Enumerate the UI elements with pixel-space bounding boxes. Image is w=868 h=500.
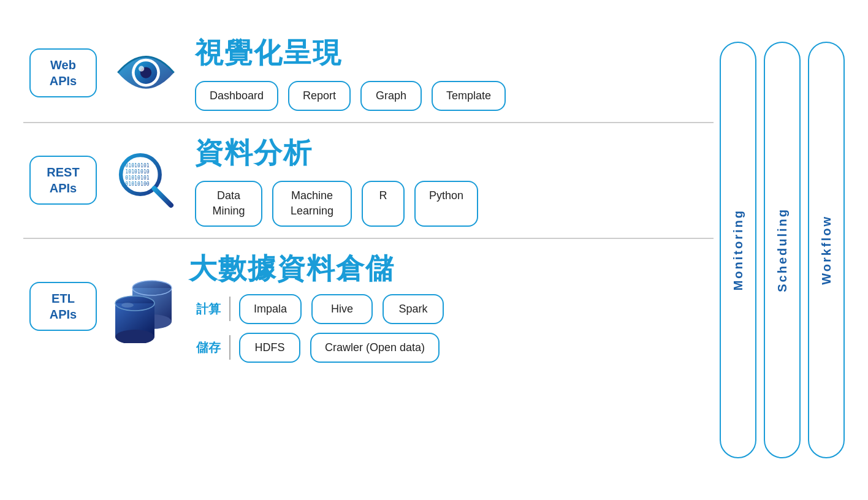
main-container: WebAPIs: [11, 11, 857, 489]
database-icon: [109, 273, 177, 340]
bigdata-body: 大數據資料倉儲 計算 Impala Hive Spark 儲存: [189, 250, 707, 363]
chip-hive: Hive: [311, 294, 373, 324]
chip-dashboard: Dashboard: [195, 81, 278, 111]
right-bars: Monitoring Scheduling Workflow: [720, 23, 845, 477]
compute-chips: Impala Hive Spark: [239, 294, 444, 324]
svg-point-3: [139, 66, 144, 71]
chip-hdfs: HDFS: [239, 333, 300, 363]
etl-apis-box: ETLAPIs: [29, 282, 97, 331]
compute-label: 計算: [189, 301, 221, 317]
chip-crawler: Crawler (Open data): [310, 333, 440, 363]
bar-scheduling: Scheduling: [764, 42, 801, 458]
analysis-body: 資料分析 DataMining MachineLearning R Python: [195, 134, 707, 226]
section-analysis: RESTAPIs 01010101 10101010 01010101: [23, 123, 714, 238]
visualization-title: 視覺化呈現: [195, 34, 707, 72]
analysis-title: 資料分析: [195, 134, 707, 172]
rest-apis-box: RESTAPIs: [29, 156, 97, 205]
magnifier-icon: 01010101 10101010 01010101 01010100: [109, 150, 183, 211]
chip-datamining: DataMining: [195, 181, 262, 226]
eye-icon: [109, 48, 183, 97]
section-bigdata: ETLAPIs: [23, 239, 714, 374]
svg-line-9: [154, 189, 171, 205]
storage-row: 儲存 HDFS Crawler (Open data): [189, 333, 707, 363]
analysis-chips: DataMining MachineLearning R Python: [195, 181, 707, 226]
bar-monitoring: Monitoring: [720, 42, 756, 458]
visualization-body: 視覺化呈現 Dashboard Report Graph Template: [195, 34, 707, 111]
bigdata-title: 大數據資料倉儲: [189, 250, 707, 288]
divider-storage: [229, 335, 230, 360]
visualization-chips: Dashboard Report Graph Template: [195, 81, 707, 111]
chip-r: R: [362, 181, 405, 226]
web-apis-box: WebAPIs: [29, 48, 97, 97]
chip-impala: Impala: [239, 294, 302, 324]
storage-label: 儲存: [189, 339, 221, 356]
bar-workflow: Workflow: [808, 42, 845, 458]
divider-compute: [229, 297, 230, 321]
bar-scheduling-label: Scheduling: [775, 208, 790, 292]
svg-text:01010101: 01010101: [125, 162, 149, 169]
chip-spark: Spark: [383, 294, 444, 324]
chip-python: Python: [414, 181, 478, 226]
chip-machinelearning: MachineLearning: [272, 181, 352, 226]
chip-template: Template: [432, 81, 506, 111]
svg-point-18: [121, 303, 134, 308]
svg-text:10101010: 10101010: [125, 169, 149, 175]
storage-chips: HDFS Crawler (Open data): [239, 333, 440, 363]
svg-text:01010101: 01010101: [125, 175, 149, 181]
left-content: WebAPIs: [23, 23, 714, 477]
bigdata-rows: 計算 Impala Hive Spark 儲存 HDFS: [189, 294, 707, 363]
bar-monitoring-label: Monitoring: [731, 209, 745, 290]
compute-row: 計算 Impala Hive Spark: [189, 294, 707, 324]
svg-text:01010100: 01010100: [125, 181, 149, 187]
bar-workflow-label: Workflow: [820, 215, 834, 285]
chip-report: Report: [288, 81, 351, 111]
chip-graph: Graph: [360, 81, 422, 111]
section-visualization: WebAPIs: [23, 23, 714, 123]
